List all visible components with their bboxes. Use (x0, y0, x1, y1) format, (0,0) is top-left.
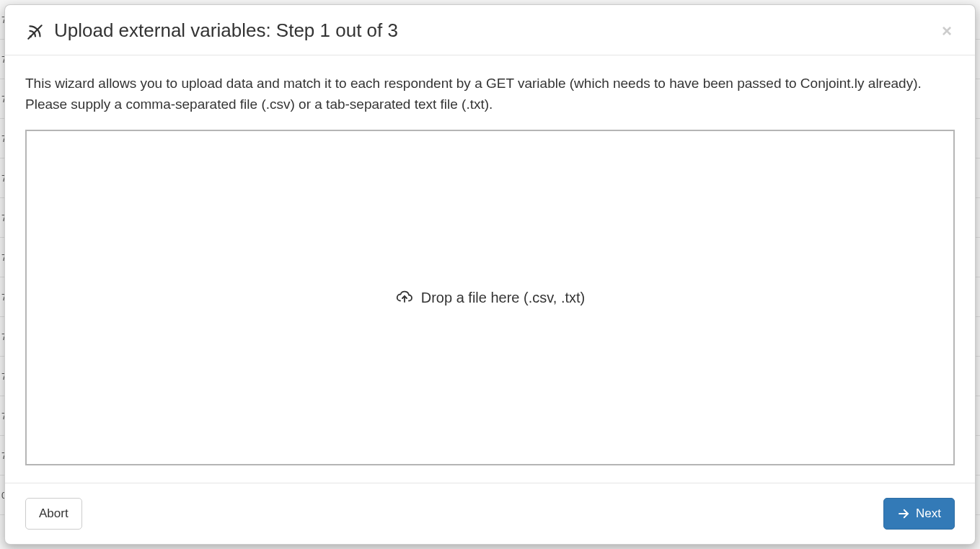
wizard-description: This wizard allows you to upload data an… (25, 73, 955, 115)
upload-wizard-modal: Upload external variables: Step 1 out of… (4, 4, 976, 545)
next-button-label: Next (916, 505, 941, 522)
file-dropzone[interactable]: Drop a file here (.csv, .txt) (25, 130, 955, 465)
close-icon: × (942, 21, 952, 40)
modal-footer: Abort Next (5, 483, 975, 544)
modal-header: Upload external variables: Step 1 out of… (5, 5, 975, 55)
modal-title-wrap: Upload external variables: Step 1 out of… (25, 19, 398, 42)
arrow-right-icon (897, 507, 910, 520)
dropzone-label: Drop a file here (.csv, .txt) (421, 290, 585, 306)
dropzone-inner: Drop a file here (.csv, .txt) (395, 288, 585, 307)
next-button[interactable]: Next (883, 498, 955, 530)
close-button[interactable]: × (939, 22, 955, 40)
cloud-upload-icon (395, 288, 414, 307)
abort-button[interactable]: Abort (25, 498, 82, 530)
satellite-icon (25, 22, 45, 42)
modal-title: Upload external variables: Step 1 out of… (54, 19, 398, 42)
abort-button-label: Abort (39, 505, 69, 522)
modal-body: This wizard allows you to upload data an… (5, 55, 975, 483)
